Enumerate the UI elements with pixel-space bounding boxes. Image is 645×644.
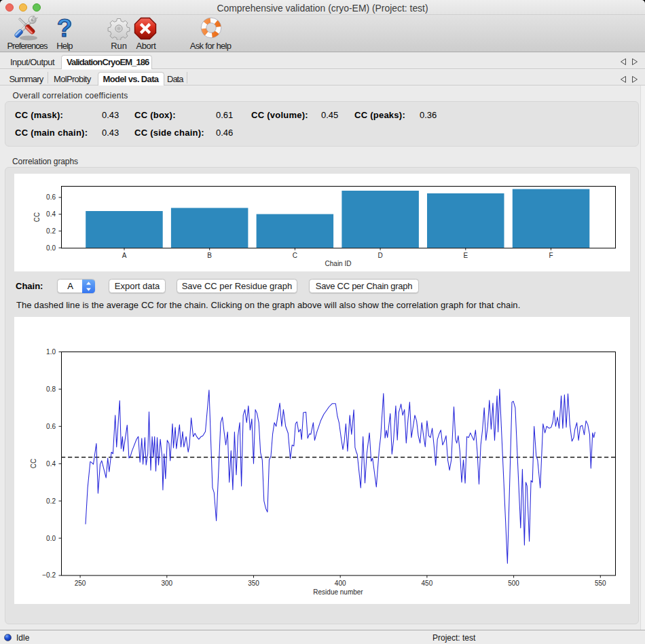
svg-text:450: 450 <box>422 580 433 587</box>
svg-text:0.2: 0.2 <box>46 497 56 505</box>
svg-text:0.6: 0.6 <box>46 193 56 201</box>
svg-text:0.0: 0.0 <box>46 535 56 542</box>
svg-text:0.2: 0.2 <box>46 227 56 235</box>
svg-text:550: 550 <box>595 580 606 587</box>
svg-text:F: F <box>549 252 553 259</box>
svg-text:C: C <box>293 252 297 259</box>
svg-text:300: 300 <box>161 580 172 587</box>
svg-text:250: 250 <box>75 580 86 587</box>
svg-text:B: B <box>207 252 212 259</box>
svg-text:350: 350 <box>248 580 259 587</box>
svg-text:Chain ID: Chain ID <box>325 260 352 267</box>
svg-text:Residue number: Residue number <box>313 588 363 596</box>
svg-text:E: E <box>463 252 468 259</box>
svg-text:A: A <box>122 252 127 259</box>
svg-text:500: 500 <box>508 580 519 587</box>
svg-text:400: 400 <box>335 580 346 587</box>
svg-text:1.0: 1.0 <box>46 348 56 356</box>
svg-text:?: ? <box>57 16 73 40</box>
svg-text:CC: CC <box>33 212 41 222</box>
svg-text:CC: CC <box>30 459 37 468</box>
svg-text:0.4: 0.4 <box>46 460 56 468</box>
svg-text:0.0: 0.0 <box>46 244 56 252</box>
svg-text:0.6: 0.6 <box>46 423 56 430</box>
svg-text:−0.2: −0.2 <box>42 571 56 579</box>
svg-text:D: D <box>377 252 382 259</box>
svg-text:0.8: 0.8 <box>46 385 56 393</box>
svg-text:0.4: 0.4 <box>46 210 56 218</box>
